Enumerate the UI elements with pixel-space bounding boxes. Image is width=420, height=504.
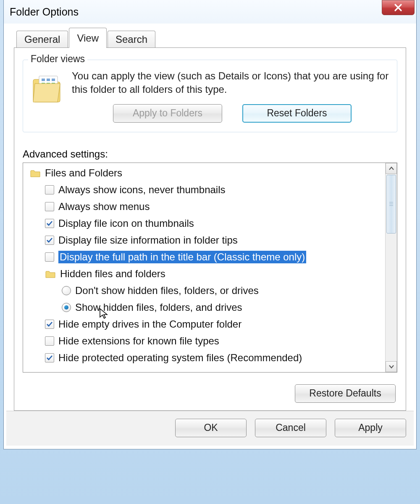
svg-rect-1 xyxy=(42,79,45,81)
tree-group-label: Files and Folders xyxy=(45,167,122,179)
tree-group-hidden: Hidden files and folders xyxy=(27,265,385,282)
radio[interactable] xyxy=(62,286,71,295)
tree-item[interactable]: Hide protected operating system files (R… xyxy=(27,349,385,366)
tree-item[interactable]: Display file icon on thumbnails xyxy=(27,215,385,232)
folder-icon xyxy=(30,168,41,178)
checkbox[interactable] xyxy=(45,320,54,329)
svg-rect-3 xyxy=(52,79,55,81)
tree-item[interactable]: Display the full path in the title bar (… xyxy=(27,249,385,265)
folder-views-group: Folder views You can apply the xyxy=(23,60,397,132)
tab-strip: General View Search xyxy=(6,28,414,47)
tree-item[interactable]: Always show menus xyxy=(27,198,385,215)
scrollbar[interactable] xyxy=(385,163,397,372)
close-icon xyxy=(394,3,403,12)
tree-item-label: Show hidden files, folders, and drives xyxy=(75,302,242,313)
tab-search[interactable]: Search xyxy=(108,31,155,47)
checkbox[interactable] xyxy=(45,353,54,362)
folder-views-legend: Folder views xyxy=(28,53,87,65)
checkbox[interactable] xyxy=(45,219,54,228)
folder-options-dialog: Folder Options General View Search Folde… xyxy=(3,0,417,449)
close-button[interactable] xyxy=(382,0,415,15)
advanced-settings-label: Advanced settings: xyxy=(23,148,397,160)
tree-item-label: Display the full path in the title bar (… xyxy=(58,251,306,263)
tree-item[interactable]: Always show icons, never thumbnails xyxy=(27,181,385,198)
reset-folders-button[interactable]: Reset Folders xyxy=(242,104,352,123)
chevron-up-icon xyxy=(389,166,394,171)
cancel-button[interactable]: Cancel xyxy=(255,419,326,437)
restore-defaults-button[interactable]: Restore Defaults xyxy=(295,384,396,403)
tree-item-label: Hide empty drives in the Computer folder xyxy=(58,318,242,330)
tree-item[interactable]: Hide empty drives in the Computer folder xyxy=(27,316,385,333)
tree-radio-item[interactable]: Show hidden files, folders, and drives xyxy=(27,299,385,316)
tree-item-label: Hide protected operating system files (R… xyxy=(58,352,302,364)
scroll-track[interactable] xyxy=(386,174,397,361)
svg-rect-2 xyxy=(47,79,50,81)
checkbox[interactable] xyxy=(45,202,54,211)
tree-group-label: Hidden files and folders xyxy=(60,268,165,280)
folder-icon xyxy=(45,268,56,279)
tab-general[interactable]: General xyxy=(16,31,68,47)
tree-item[interactable]: Hide extensions for known file types xyxy=(27,333,385,349)
chevron-down-icon xyxy=(389,365,394,369)
scroll-up-button[interactable] xyxy=(386,163,397,174)
checkbox[interactable] xyxy=(45,252,54,262)
folder-views-icon xyxy=(31,71,65,105)
tree-item-label: Display file size information in folder … xyxy=(58,234,238,246)
tab-page-view: Folder views You can apply the xyxy=(14,47,406,411)
checkbox[interactable] xyxy=(45,185,54,194)
ok-button[interactable]: OK xyxy=(175,419,247,437)
tree-item-label: Display file icon on thumbnails xyxy=(58,218,194,229)
folder-views-text: You can apply the view (such as Details … xyxy=(72,69,389,97)
tree-item-label: Always show icons, never thumbnails xyxy=(58,184,226,196)
scroll-down-button[interactable] xyxy=(386,361,397,372)
dialog-footer: OK Cancel Apply xyxy=(6,411,414,446)
tree-item-label: Always show menus xyxy=(58,201,150,213)
checkbox[interactable] xyxy=(45,236,54,245)
apply-to-folders-button[interactable]: Apply to Folders xyxy=(113,104,222,123)
checkbox[interactable] xyxy=(45,336,54,346)
tree-content: Files and Folders Always show icons, nev… xyxy=(23,163,385,372)
radio[interactable] xyxy=(62,303,71,312)
advanced-settings-tree[interactable]: Files and Folders Always show icons, nev… xyxy=(23,163,397,373)
titlebar: Folder Options xyxy=(4,0,416,24)
tree-group-files-folders: Files and Folders xyxy=(27,165,385,181)
tree-item-label: Don't show hidden files, folders, or dri… xyxy=(75,285,259,297)
tree-item-label: Hide extensions for known file types xyxy=(58,335,219,347)
tree-radio-item[interactable]: Don't show hidden files, folders, or dri… xyxy=(27,282,385,299)
apply-button[interactable]: Apply xyxy=(335,419,406,437)
scroll-thumb[interactable] xyxy=(386,175,396,234)
tree-item[interactable]: Display file size information in folder … xyxy=(27,232,385,249)
window-title: Folder Options xyxy=(10,6,79,18)
tab-view[interactable]: View xyxy=(69,28,107,48)
